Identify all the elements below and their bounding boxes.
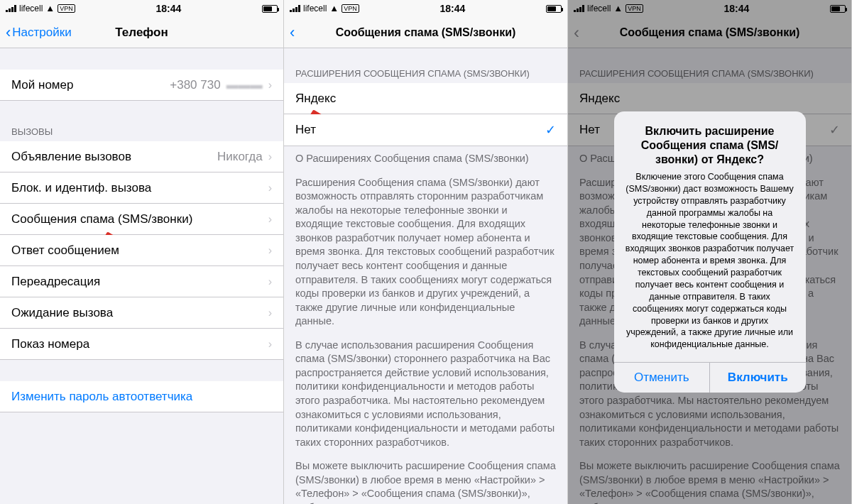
row-block-id[interactable]: Блок. и идентиф. вызова › [0,172,283,204]
row-call-waiting[interactable]: Ожидание вызова › [0,297,283,329]
content-area: Мой номер +380 730 ▬▬▬ › ВЫЗОВЫ Объявлен… [0,48,283,504]
status-bar: lifecell ▲ VPN 18:44 [0,0,283,17]
row-label: Блок. и идентиф. вызова [11,181,151,195]
confirm-alert: Включить расширение Сообщения спама (SMS… [614,111,806,393]
chevron-right-icon: › [268,275,272,288]
section-header-extensions: РАСШИРЕНИЯ СООБЩЕНИЯ СПАМА (SMS/ЗВОНКИ) [284,64,567,83]
chevron-right-icon: › [268,338,272,351]
screen-spam-extensions: lifecell ▲ VPN 18:44 ‹ Сообщения спама (… [284,0,568,504]
wifi-icon: ▲ [45,5,55,12]
signal-icon [6,5,16,12]
row-label: Мой номер [11,78,73,92]
battery-icon [262,5,278,13]
screen-phone-settings: lifecell ▲ VPN 18:44 ‹ Настройки Телефон… [0,0,284,504]
section-header-calls: ВЫЗОВЫ [0,122,283,141]
nav-bar: ‹ Сообщения спама (SMS/звонки) [284,17,567,48]
chevron-right-icon: › [268,213,272,226]
row-label: Ожидание вызова [11,306,113,320]
content-area: РАСШИРЕНИЯ СООБЩЕНИЯ СПАМА (SMS/ЗВОНКИ) … [284,48,567,504]
row-announce-calls[interactable]: Объявление вызовов Никогда › [0,141,283,172]
vpn-badge: VPN [58,4,75,13]
about-paragraph-1: Расширения Сообщения спама (SMS/звонки) … [295,176,556,329]
row-label: Объявление вызовов [11,150,131,164]
row-label: Нет [295,123,316,137]
page-title: Сообщения спама (SMS/звонки) [284,26,567,39]
signal-icon [290,5,300,12]
about-text: О Расширениях Сообщения спама (SMS/звонк… [284,146,567,504]
row-my-number[interactable]: Мой номер +380 730 ▬▬▬ › [0,70,283,101]
chevron-right-icon: › [268,150,272,163]
row-label: Ответ сообщением [11,243,119,258]
chevron-right-icon: › [268,79,272,92]
row-label: Сообщения спама (SMS/звонки) [11,212,192,226]
about-header: О Расширениях Сообщения спама (SMS/звонк… [295,152,556,166]
back-button[interactable]: ‹ [290,25,295,40]
row-value: Никогда [217,150,263,164]
redacted-value: ▬▬▬ [226,78,263,92]
chevron-right-icon: › [268,244,272,257]
option-none[interactable]: Нет ✓ [284,114,567,146]
chevron-left-icon: ‹ [6,25,11,40]
chevron-right-icon: › [268,182,272,195]
cancel-button[interactable]: Отменить [614,363,711,393]
row-label: Изменить пароль автоответчика [11,390,192,404]
battery-icon [546,5,562,13]
row-label: Показ номера [11,337,89,351]
screen-enable-alert: lifecell ▲ VPN 18:44 ‹ Сообщения спама (… [568,0,852,504]
row-forwarding[interactable]: Переадресация › [0,266,283,297]
alert-title: Включить расширение Сообщения спама (SMS… [626,124,794,167]
alert-message: Включение этого Сообщения спама (SMS/зво… [626,171,794,351]
row-caller-id[interactable]: Показ номера › [0,329,283,360]
about-paragraph-2: В случае использования расширения Сообще… [295,339,556,450]
chevron-right-icon: › [268,307,272,319]
back-button[interactable]: ‹ Настройки [6,25,72,40]
vpn-badge: VPN [342,4,359,13]
row-spam-messages[interactable]: Сообщения спама (SMS/звонки) › [0,204,283,235]
row-label: Переадресация [11,275,100,289]
row-value: +380 730 [170,78,220,92]
carrier-label: lifecell [303,4,327,13]
row-change-voicemail-pw[interactable]: Изменить пароль автоответчика [0,381,283,412]
option-yandex[interactable]: Яндекс [284,83,567,114]
wifi-icon: ▲ [329,5,339,12]
clock-label: 18:44 [155,3,181,14]
row-label: Яндекс [295,92,336,106]
chevron-left-icon: ‹ [290,25,295,40]
checkmark-icon: ✓ [545,122,556,138]
back-label: Настройки [12,26,71,40]
row-reply-message[interactable]: Ответ сообщением › [0,235,283,266]
about-paragraph-3: Вы можете выключить расширение Сообщения… [295,459,556,504]
clock-label: 18:44 [439,3,465,14]
nav-bar: ‹ Настройки Телефон [0,17,283,48]
carrier-label: lifecell [19,4,43,13]
enable-button[interactable]: Включить [710,363,806,393]
status-bar: lifecell ▲ VPN 18:44 [284,0,567,17]
